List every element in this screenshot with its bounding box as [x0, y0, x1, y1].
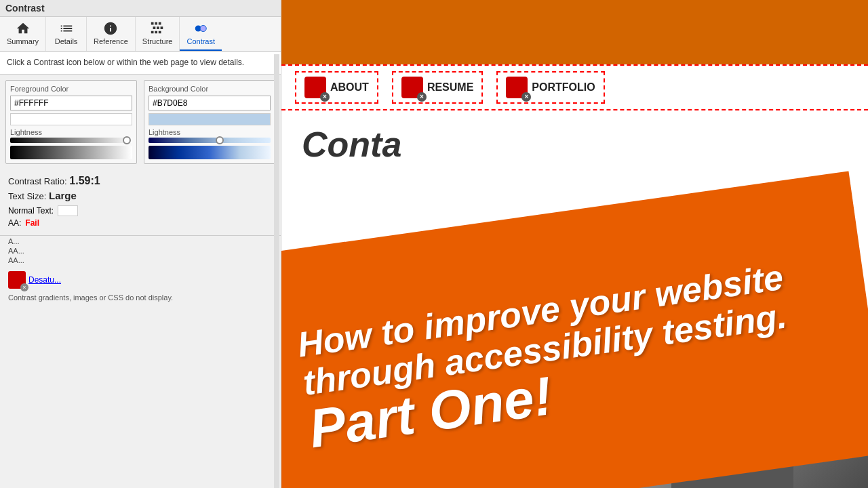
- panel-title: Contrast: [0, 0, 281, 17]
- info-icon: [103, 21, 118, 36]
- reference-label: Reference: [94, 37, 128, 45]
- contrast-label: Contrast: [186, 37, 215, 45]
- toolbar-structure[interactable]: Structure: [136, 17, 180, 51]
- red-icon-small: [8, 271, 26, 289]
- resume-icon: [401, 77, 423, 98]
- text-size-value: Large: [49, 190, 77, 201]
- structure-icon: [150, 21, 165, 36]
- toolbar-details[interactable]: Details: [46, 17, 87, 51]
- normal-text-row: Normal Text:: [8, 205, 273, 216]
- text-size-label: Text Size:: [8, 191, 46, 201]
- aa-label: AA:: [8, 218, 21, 228]
- structure-label: Structure: [142, 37, 173, 45]
- nav-resume[interactable]: RESUME: [392, 71, 483, 104]
- aa-row-3: AA...: [8, 247, 273, 255]
- toolbar-summary[interactable]: Summary: [0, 17, 46, 51]
- contrast-ratio-label: Contrast Ratio:: [8, 176, 67, 186]
- nav-portfolio[interactable]: PORTFOLIO: [496, 71, 604, 104]
- aa-row: AA: Fail: [8, 218, 273, 228]
- text-size-line: Text Size: Large: [8, 190, 273, 201]
- background-group: Background Color Lightness: [144, 80, 275, 164]
- instruction-text: Click a Contrast icon below or within th…: [0, 52, 281, 75]
- foreground-label: Foreground Color: [10, 85, 132, 93]
- desatu-section: Desatu... Contrast gradients, images or …: [0, 267, 281, 307]
- details-label: Details: [55, 37, 78, 45]
- background-label: Background Color: [149, 85, 271, 93]
- resume-label: RESUME: [427, 81, 473, 94]
- contrast-info: Contrast Ratio: 1.59:1 Text Size: Large …: [0, 169, 281, 236]
- background-swatch: [149, 113, 271, 125]
- toolbar-contrast[interactable]: Contrast: [180, 17, 222, 51]
- foreground-slider-thumb[interactable]: [123, 136, 131, 144]
- list-icon: [59, 21, 74, 36]
- background-lightness-label: Lightness: [149, 128, 271, 136]
- toolbar: Summary Details Reference Structure: [0, 17, 281, 52]
- background-slider-thumb[interactable]: [216, 136, 224, 144]
- portfolio-icon: [506, 77, 528, 98]
- scroll-indicator[interactable]: [274, 54, 279, 488]
- color-controls: Foreground Color Lightness Background Co…: [0, 75, 281, 169]
- left-panel: Contrast Summary Details Reference Struc…: [0, 0, 281, 488]
- main-area: ABOUT RESUME PORTFOLIO Conta Phone (opti…: [281, 0, 868, 488]
- footer-text: Contrast gradients, images or CSS do not…: [8, 293, 273, 303]
- aa-value: Fail: [25, 218, 39, 228]
- desatu-link[interactable]: Desatu...: [28, 275, 61, 285]
- text-sample-box: [58, 205, 78, 216]
- about-label: ABOUT: [330, 81, 369, 94]
- toolbar-reference[interactable]: Reference: [87, 17, 136, 51]
- about-icon: [304, 77, 326, 98]
- portfolio-label: PORTFOLIO: [532, 81, 595, 94]
- contrast-icon: [193, 21, 208, 36]
- aa-row-4: AA...: [8, 256, 273, 264]
- foreground-swatch: [10, 113, 132, 125]
- nav-about[interactable]: ABOUT: [295, 71, 378, 104]
- background-color-input[interactable]: [149, 96, 271, 110]
- aa-rows: A... AA... AA...: [0, 236, 281, 267]
- summary-label: Summary: [7, 37, 39, 45]
- content-area: Conta Phone (optiona... How to improve y…: [281, 110, 868, 488]
- background-slider-track[interactable]: [149, 138, 271, 143]
- home-icon: [16, 21, 31, 36]
- foreground-group: Foreground Color Lightness: [5, 80, 137, 164]
- contrast-ratio-line: Contrast Ratio: 1.59:1: [8, 175, 273, 187]
- normal-text-label: Normal Text:: [8, 206, 54, 216]
- contrast-ratio-value: 1.59:1: [69, 175, 100, 186]
- nav-bar: ABOUT RESUME PORTFOLIO: [281, 64, 868, 110]
- foreground-lightness-label: Lightness: [10, 128, 132, 136]
- contact-title: Conta: [302, 124, 848, 165]
- foreground-slider-track[interactable]: [10, 138, 132, 143]
- aa-4-label: AA...: [8, 256, 24, 264]
- banner-overlay: How to improve your website through acce…: [281, 171, 868, 488]
- orange-top-bar: [281, 0, 868, 61]
- background-gradient: [149, 146, 271, 159]
- foreground-gradient: [10, 146, 132, 159]
- aa-3-label: AA...: [8, 247, 24, 255]
- aa-row-2: A...: [8, 237, 273, 245]
- aa-2-label: A...: [8, 237, 20, 245]
- svg-point-1: [200, 25, 206, 31]
- foreground-color-input[interactable]: [10, 96, 132, 110]
